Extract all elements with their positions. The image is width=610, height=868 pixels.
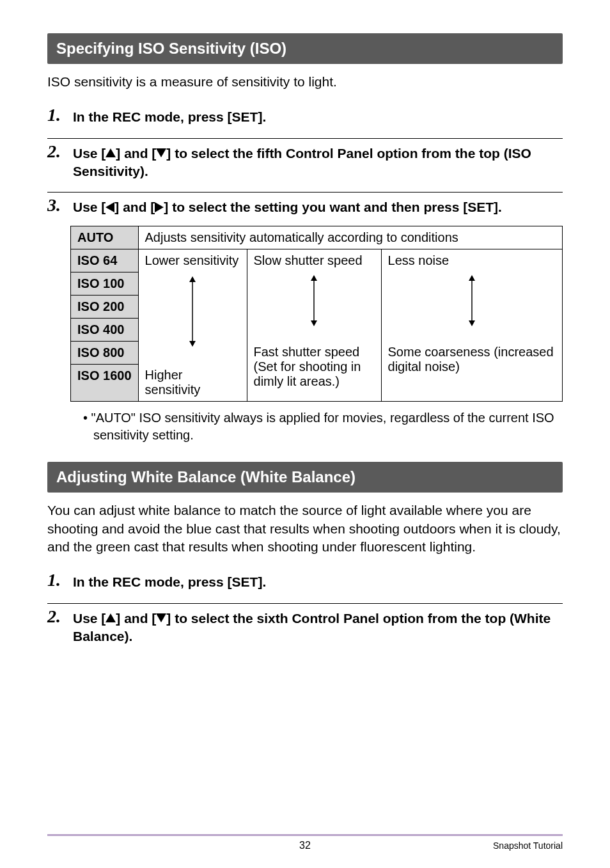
vertical-arrow-icon (467, 275, 476, 326)
step-1: 1. In the REC mode, press [SET]. (47, 567, 563, 597)
footer-label: Snapshot Tutorial (493, 840, 563, 851)
down-arrow-icon (156, 613, 166, 622)
table-row: ISO 64 Lower sensitivity Slow shutter sp… (71, 249, 563, 272)
label-top: Slow shutter speed (254, 253, 375, 268)
step-2: 2. Use [] and [] to select the fifth Con… (47, 138, 563, 187)
step-text: Use [] and [] to select the sixth Contro… (73, 608, 563, 646)
row-header: ISO 200 (71, 295, 139, 318)
step-1: 1. In the REC mode, press [SET]. (47, 102, 563, 132)
svg-marker-7 (469, 275, 475, 281)
vertical-arrow-icon (309, 275, 318, 326)
text-fragment: ] and [ (116, 611, 156, 626)
cell: Adjusts sensitivity automatically accord… (138, 226, 562, 249)
left-arrow-icon (106, 202, 114, 212)
text-fragment: Use [ (73, 146, 106, 161)
vertical-arrow-icon (188, 276, 197, 347)
table-row: AUTO Adjusts sensitivity automatically a… (71, 226, 563, 249)
step-text: In the REC mode, press [SET]. (73, 571, 266, 591)
section-heading-iso: Specifying ISO Sensitivity (ISO) (47, 33, 563, 64)
intro-text: You can adjust white balance to match th… (47, 501, 563, 556)
cell: Fast shutter speed (Set for shooting in … (247, 341, 381, 402)
step-number: 3. (47, 196, 66, 214)
up-arrow-icon (106, 613, 116, 622)
cell: Lower sensitivity (138, 249, 247, 364)
cell: Some coarseness (increased digital noise… (381, 341, 562, 402)
text-fragment: Use [ (73, 200, 106, 214)
label-top: Lower sensitivity (145, 253, 240, 268)
section-heading-wb: Adjusting White Balance (White Balance) (47, 462, 563, 493)
svg-marker-8 (469, 320, 475, 326)
step-3: 3. Use [] and [] to select the setting y… (47, 192, 563, 444)
row-header: ISO 400 (71, 318, 139, 341)
svg-marker-1 (189, 276, 196, 282)
row-header: ISO 100 (71, 272, 139, 295)
label-top: Less noise (388, 253, 556, 268)
svg-marker-2 (189, 341, 196, 347)
step-number: 2. (47, 143, 66, 161)
cell: Less noise (381, 249, 562, 341)
text-fragment: ] to select the setting you want and the… (164, 200, 502, 214)
intro-text: ISO sensitivity is a measure of sensitiv… (47, 73, 563, 91)
row-header: ISO 800 (71, 341, 139, 364)
note-item: "AUTO" ISO sensitivity always is applied… (83, 409, 556, 444)
cell: Higher sensitivity (138, 364, 247, 402)
up-arrow-icon (106, 148, 116, 157)
page-footer: 32 Snapshot Tutorial (47, 834, 563, 851)
step-number: 1. (47, 571, 66, 589)
text-fragment: Use [ (73, 611, 106, 626)
svg-marker-4 (311, 275, 317, 281)
row-header: ISO 64 (71, 249, 139, 272)
cell: Slow shutter speed (247, 249, 381, 341)
page-number: 32 (299, 840, 311, 851)
note-list: "AUTO" ISO sensitivity always is applied… (83, 409, 556, 444)
step-text: Use [] and [] to select the setting you … (73, 196, 502, 216)
row-header: AUTO (71, 226, 139, 249)
iso-table: AUTO Adjusts sensitivity automatically a… (70, 226, 563, 402)
step-2: 2. Use [] and [] to select the sixth Con… (47, 603, 563, 652)
step-number: 1. (47, 106, 66, 124)
step-text: Use [] and [] to select the fifth Contro… (73, 143, 563, 181)
text-fragment: ] and [ (114, 200, 155, 214)
right-arrow-icon (155, 202, 164, 212)
step-text: In the REC mode, press [SET]. (73, 106, 266, 126)
svg-marker-5 (311, 320, 317, 326)
step-number: 2. (47, 608, 66, 626)
text-fragment: ] and [ (116, 146, 156, 161)
row-header: ISO 1600 (71, 364, 139, 402)
down-arrow-icon (156, 148, 166, 157)
